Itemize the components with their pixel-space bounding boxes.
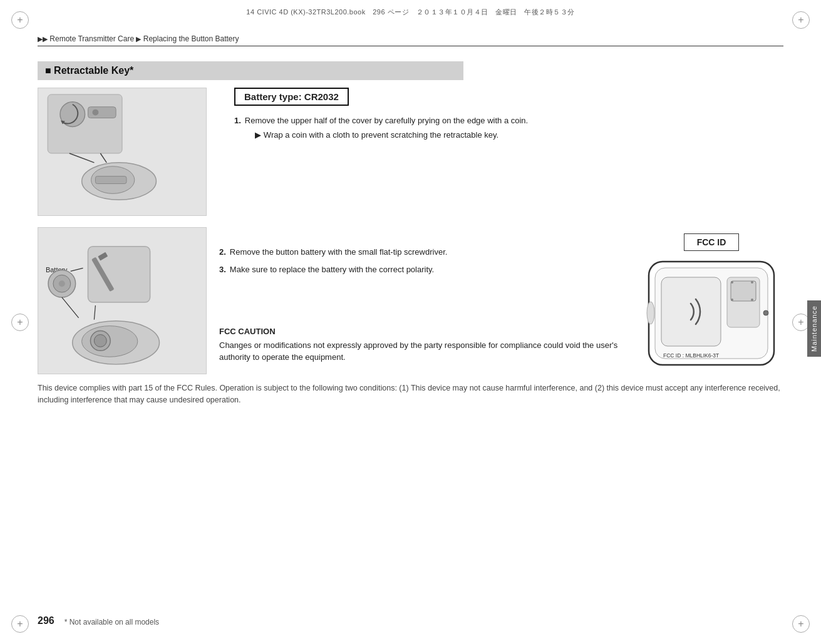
svg-point-16 bbox=[59, 280, 65, 287]
key-image-top bbox=[38, 88, 207, 216]
step-3: 3. Make sure to replace the battery with… bbox=[219, 263, 639, 276]
section-title: Retractable Key* bbox=[54, 65, 133, 76]
reg-mark-ml bbox=[11, 314, 29, 331]
reg-mark-br bbox=[792, 615, 810, 633]
battery-type-box: Battery type: CR2032 bbox=[234, 88, 349, 106]
fcc-id-section: FCC ID bbox=[639, 227, 783, 376]
step-1-sub: ▶ Wrap a coin with a cloth to prevent sc… bbox=[255, 130, 783, 141]
fcc-caution: FCC CAUTION Changes or modifications not… bbox=[219, 325, 639, 364]
step-1: 1. Remove the upper half of the cover by… bbox=[234, 115, 783, 141]
instructions-top: Battery type: CR2032 1. Remove the upper… bbox=[222, 88, 783, 216]
svg-point-35 bbox=[751, 299, 753, 301]
svg-text:FCC ID : MLBHLIK6-3T: FCC ID : MLBHLIK6-3T bbox=[663, 352, 719, 359]
svg-rect-31 bbox=[731, 281, 756, 301]
svg-point-5 bbox=[92, 110, 98, 116]
fcc-id-label: FCC ID bbox=[697, 237, 726, 247]
svg-rect-29 bbox=[661, 277, 721, 346]
battery-image: Battery bbox=[38, 227, 207, 374]
fcc-compliance-text: This device complies with part 15 of the… bbox=[38, 384, 780, 404]
svg-rect-1 bbox=[48, 95, 122, 153]
side-tab-label: Maintenance bbox=[810, 305, 818, 352]
fcc-caution-text: Changes or modifications not expressly a… bbox=[219, 339, 639, 364]
remote-diagram: FCC ID : MLBHLIK6-3T bbox=[646, 258, 777, 368]
svg-point-28 bbox=[647, 302, 654, 324]
svg-rect-8 bbox=[95, 176, 127, 184]
step-2: 2. Remove the button battery with the sm… bbox=[219, 246, 639, 258]
svg-point-36 bbox=[763, 310, 768, 315]
footnote: * Not available on all models bbox=[65, 618, 159, 626]
step-1-num: 1. bbox=[234, 115, 241, 141]
fcc-id-label-box: FCC ID bbox=[684, 233, 740, 251]
svg-point-33 bbox=[751, 281, 753, 284]
battery-type-label: Battery type: CR2032 bbox=[244, 91, 339, 102]
content-row-1: Battery type: CR2032 1. Remove the upper… bbox=[38, 88, 783, 216]
step-1-text: Remove the upper half of the cover by ca… bbox=[245, 116, 528, 125]
section-header: Retractable Key* bbox=[38, 61, 463, 80]
step-2-text: Remove the button battery with the small… bbox=[230, 247, 448, 257]
breadcrumb-arrow1: ▶▶ bbox=[38, 35, 48, 43]
step-2-num: 2. bbox=[219, 246, 226, 258]
main-content: Retractable Key* bbox=[38, 50, 783, 606]
header-area: ▶▶ Remote Transmitter Care ▶ Replacing t… bbox=[38, 34, 783, 46]
print-info: 14 CIVIC 4D (KX)-32TR3L200.book 296 ページ … bbox=[38, 8, 783, 17]
fcc-caution-title: FCC CAUTION bbox=[219, 325, 639, 338]
reg-mark-bl bbox=[11, 615, 29, 633]
header-rule bbox=[38, 46, 783, 46]
step-3-text: Make sure to replace the battery with th… bbox=[230, 265, 434, 274]
breadcrumb-arrow2: ▶ bbox=[136, 35, 141, 43]
step-1-sub-text: Wrap a coin with a cloth to prevent scra… bbox=[264, 130, 498, 141]
svg-point-34 bbox=[731, 299, 733, 301]
page-number: 296 bbox=[38, 615, 54, 626]
page: 14 CIVIC 4D (KX)-32TR3L200.book 296 ページ … bbox=[0, 0, 821, 644]
fcc-compliance: This device complies with part 15 of the… bbox=[38, 382, 783, 407]
svg-rect-4 bbox=[88, 107, 116, 118]
instructions-bottom: 2. Remove the button battery with the sm… bbox=[207, 227, 639, 376]
step-1-sub-arrow: ▶ bbox=[255, 130, 261, 141]
breadcrumb: ▶▶ Remote Transmitter Care ▶ Replacing t… bbox=[38, 34, 783, 43]
svg-rect-17 bbox=[88, 247, 150, 302]
svg-point-32 bbox=[731, 281, 733, 284]
breadcrumb-parent1: Remote Transmitter Care bbox=[49, 34, 134, 43]
bottom-area: 296 * Not available on all models bbox=[38, 615, 783, 626]
breadcrumb-parent2: Replacing the Button Battery bbox=[143, 34, 239, 43]
battery-image-wrapper: Battery bbox=[38, 227, 207, 376]
reg-mark-tr bbox=[792, 11, 810, 29]
side-tab: Maintenance bbox=[807, 300, 821, 357]
reg-mark-tl bbox=[11, 11, 29, 29]
content-row-2-wrapper: Battery bbox=[38, 227, 783, 376]
svg-point-23 bbox=[94, 335, 106, 347]
step-3-num: 3. bbox=[219, 263, 226, 276]
